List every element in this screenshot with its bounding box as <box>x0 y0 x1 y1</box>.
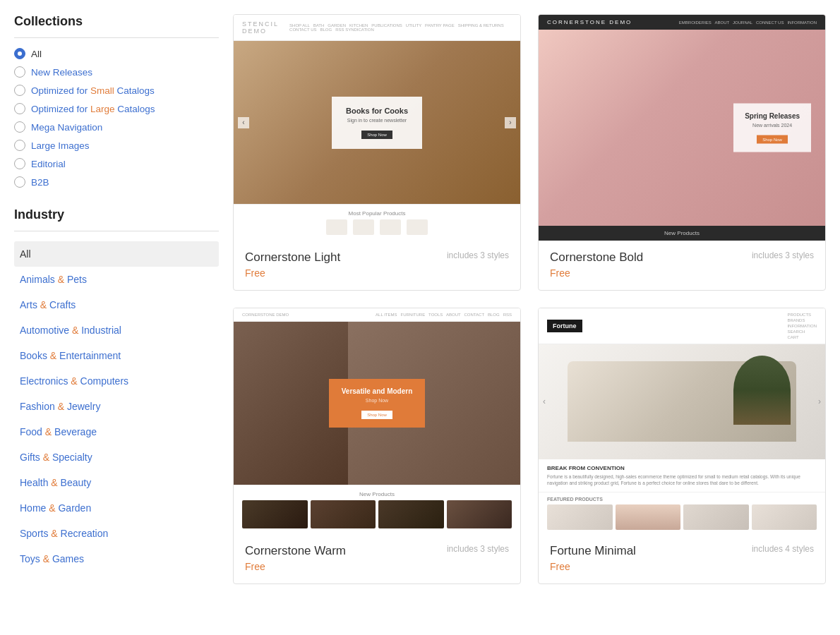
product-dot-4 <box>407 219 428 235</box>
stencil-carousel-arrows[interactable]: ‹ › <box>234 117 520 128</box>
bold-nav: CORNERSTONE DEMO EMBROIDERIES ABOUT JOUR… <box>539 15 825 30</box>
bold-hero-subtitle: New arrivals 2024 <box>745 123 800 128</box>
stencil-hero-title: Books for Cooks <box>346 107 408 115</box>
fortune-product-4 <box>752 504 817 530</box>
cornerstone-warm-price: Free <box>245 561 509 572</box>
fortune-description: Fortune is a beautifully designed, high-… <box>547 473 817 486</box>
themes-main: STENCIL DEMO SHOP ALL BATH GARDEN KITCHE… <box>233 14 826 584</box>
collection-small-catalogs-label: Optimized for Small Catalogs <box>31 85 155 96</box>
stencil-hero: ‹ › Books for Cooks Sign in to create ne… <box>234 41 520 204</box>
theme-preview-cornerstone-bold: CORNERSTONE DEMO EMBROIDERIES ABOUT JOUR… <box>539 15 825 241</box>
stencil-popular-label: Most Popular Products <box>242 210 512 217</box>
fortune-minimal-styles: includes 4 styles <box>752 544 814 554</box>
cornerstone-light-card-top: Cornerstone Light includes 3 styles <box>245 250 509 265</box>
cornerstone-warm-styles: includes 3 styles <box>447 544 509 554</box>
industry-toys[interactable]: Toys & Games <box>14 546 219 572</box>
industry-list: All Animals & Pets Arts & Crafts Automot… <box>14 241 219 572</box>
warm-nav: CORNERSTONE DEMO ALL ITEMS FURNITURE TOO… <box>234 308 520 322</box>
collections-title: Collections <box>14 14 219 29</box>
collection-large-images[interactable]: Large Images <box>14 140 219 151</box>
cornerstone-light-info: Cornerstone Light includes 3 styles Free <box>234 241 520 290</box>
product-dot-2 <box>353 219 374 235</box>
theme-card-fortune-minimal[interactable]: Fortune PRODUCTS BRANDS INFORMATION SEAR… <box>538 308 826 584</box>
stencil-footer-preview: Most Popular Products <box>234 204 520 241</box>
industry-section: Industry All Animals & Pets Arts & Craft… <box>14 207 219 572</box>
industry-home[interactable]: Home & Garden <box>14 495 219 521</box>
collection-b2b[interactable]: B2B <box>14 176 219 188</box>
fortune-next-arrow[interactable]: › <box>818 397 821 406</box>
warm-product-1 <box>242 500 308 528</box>
industry-animals[interactable]: Animals & Pets <box>14 267 219 292</box>
industry-title: Industry <box>14 207 219 222</box>
fortune-nav-information: INFORMATION <box>787 324 817 328</box>
fortune-minimal-price: Free <box>550 561 814 572</box>
theme-card-cornerstone-light[interactable]: STENCIL DEMO SHOP ALL BATH GARDEN KITCHE… <box>233 14 521 291</box>
bold-nav-links: EMBROIDERIES ABOUT JOURNAL CONNECT US IN… <box>679 20 817 25</box>
collections-divider <box>14 37 219 38</box>
fortune-nav: Fortune PRODUCTS BRANDS INFORMATION SEAR… <box>539 308 825 344</box>
warm-hero-title: Versatile and Modern <box>342 387 413 395</box>
collection-large-catalogs[interactable]: Optimized for Large Catalogs <box>14 103 219 114</box>
radio-circle-large-catalogs <box>14 103 25 114</box>
industry-books[interactable]: Books & Entertainment <box>14 343 219 368</box>
industry-electronics[interactable]: Electronics & Computers <box>14 368 219 394</box>
stencil-next-arrow[interactable]: › <box>505 117 516 128</box>
collection-small-catalogs[interactable]: Optimized for Small Catalogs <box>14 85 219 96</box>
stencil-nav: STENCIL DEMO SHOP ALL BATH GARDEN KITCHE… <box>234 15 520 41</box>
fortune-carousel-arrows[interactable]: ‹ › <box>539 397 825 406</box>
fortune-product-1 <box>547 504 613 530</box>
industry-health[interactable]: Health & Beauty <box>14 470 219 495</box>
industry-sports[interactable]: Sports & Recreation <box>14 521 219 546</box>
cornerstone-warm-info: Cornerstone Warm includes 3 styles Free <box>234 534 520 583</box>
radio-circle-mega-navigation <box>14 121 25 133</box>
radio-circle-large-images <box>14 140 25 151</box>
stencil-hero-btn[interactable]: Shop Now <box>361 131 392 139</box>
fortune-nav-search: SEARCH <box>787 329 817 334</box>
collection-mega-navigation[interactable]: Mega Navigation <box>14 121 219 133</box>
fortune-plant <box>733 356 791 425</box>
theme-card-cornerstone-warm[interactable]: CORNERSTONE DEMO ALL ITEMS FURNITURE TOO… <box>233 308 521 584</box>
fortune-break-title: BREAK FROM CONVENTION <box>547 465 817 471</box>
collection-all[interactable]: All <box>14 48 219 59</box>
warm-nav-links: ALL ITEMS FURNITURE TOOLS ABOUT CONTACT … <box>376 313 512 317</box>
industry-automotive[interactable]: Automotive & Industrial <box>14 318 219 343</box>
cornerstone-bold-info: Cornerstone Bold includes 3 styles Free <box>539 241 825 290</box>
themes-grid: STENCIL DEMO SHOP ALL BATH GARDEN KITCHE… <box>233 14 826 584</box>
cornerstone-light-name: Cornerstone Light <box>245 250 340 265</box>
warm-hero: Versatile and Modern Shop Now Shop Now <box>234 322 520 485</box>
collection-new-releases-label: New Releases <box>31 67 92 78</box>
bold-hero-btn[interactable]: Shop Now <box>757 135 788 144</box>
bold-hero-title: Spring Releases <box>745 112 800 120</box>
fortune-logo: Fortune <box>547 320 582 332</box>
cornerstone-bold-card-top: Cornerstone Bold includes 3 styles <box>550 250 814 265</box>
cornerstone-bold-styles: includes 3 styles <box>752 250 814 260</box>
fortune-preview-inner: Fortune PRODUCTS BRANDS INFORMATION SEAR… <box>539 308 825 534</box>
collection-new-releases[interactable]: New Releases <box>14 66 219 78</box>
collection-large-images-label: Large Images <box>31 140 90 151</box>
collection-editorial[interactable]: Editorial <box>14 158 219 169</box>
fortune-prev-arrow[interactable]: ‹ <box>543 397 546 406</box>
industry-fashion[interactable]: Fashion & Jewelry <box>14 394 219 419</box>
stencil-logo: STENCIL DEMO <box>242 20 289 35</box>
fortune-nav-cart: CART <box>787 335 817 339</box>
collection-b2b-label: B2B <box>31 177 49 188</box>
fortune-hero: ‹ › <box>539 344 825 459</box>
radio-circle-b2b <box>14 176 25 188</box>
bold-bottom: New Products <box>539 226 825 241</box>
industry-arts[interactable]: Arts & Crafts <box>14 292 219 318</box>
radio-circle-small-catalogs <box>14 85 25 96</box>
collection-all-label: All <box>31 49 42 59</box>
industry-gifts[interactable]: Gifts & Specialty <box>14 445 219 470</box>
fortune-products-row <box>547 504 817 530</box>
bold-new-products-label: New Products <box>664 230 700 236</box>
warm-overlay-box: Versatile and Modern Shop Now Shop Now <box>329 379 426 428</box>
industry-food[interactable]: Food & Beverage <box>14 419 219 445</box>
stencil-prev-arrow[interactable]: ‹ <box>238 117 249 128</box>
theme-card-cornerstone-bold[interactable]: CORNERSTONE DEMO EMBROIDERIES ABOUT JOUR… <box>538 14 826 291</box>
warm-bottom: New Products <box>234 485 520 534</box>
warm-hero-btn[interactable]: Shop Now <box>361 411 392 419</box>
bold-preview-inner: CORNERSTONE DEMO EMBROIDERIES ABOUT JOUR… <box>539 15 825 241</box>
industry-all[interactable]: All <box>14 241 219 267</box>
product-dot-1 <box>326 219 347 235</box>
radio-circle-all <box>14 48 25 59</box>
